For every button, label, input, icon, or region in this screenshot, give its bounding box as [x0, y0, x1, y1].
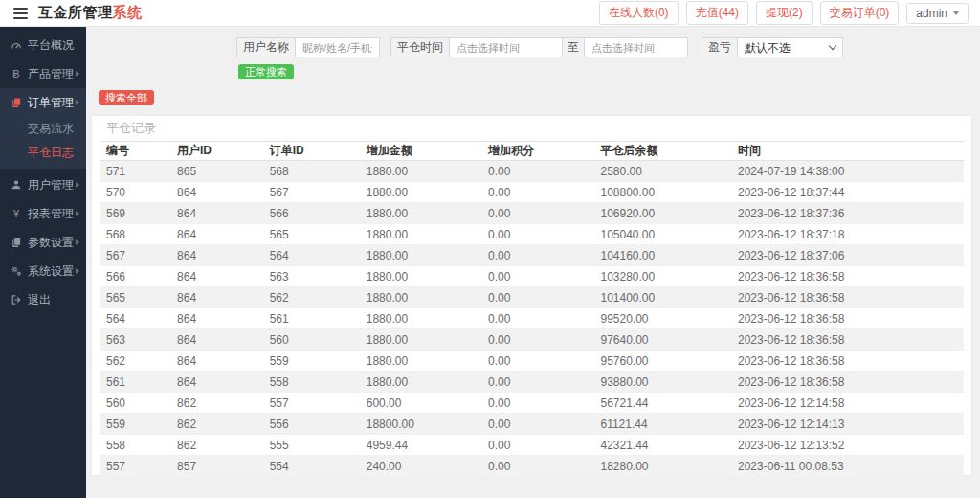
username-filter-label: 用户名称 [236, 37, 296, 57]
table-cell: 2023-06-12 18:37:36 [731, 203, 964, 224]
table-cell: 571 [100, 161, 170, 182]
table-cell: 566 [263, 203, 360, 224]
sidebar-item-user-management[interactable]: 用户管理 [0, 170, 86, 199]
table-cell: 2023-06-12 18:37:06 [731, 245, 964, 266]
table-cell: 1880.00 [360, 224, 481, 245]
table-cell: 0.00 [481, 245, 593, 266]
app-title: 互金所管理系统 [38, 4, 143, 22]
table-row: 5678645641880.000.00104160.002023-06-12 … [100, 245, 964, 266]
column-header-added-amount: 增加金额 [360, 142, 481, 161]
table-cell: 18800.00 [360, 414, 481, 435]
profit-select[interactable]: 默认不选 [738, 37, 843, 57]
table-cell: 0.00 [481, 161, 593, 182]
sidebar-item-system-settings[interactable]: 系统设置 [0, 257, 86, 285]
search-normal-button[interactable]: 正常搜索 [238, 64, 294, 79]
time-to-input[interactable] [585, 37, 688, 57]
column-header-user-id: 用户ID [170, 142, 263, 161]
table-cell: 864 [170, 266, 263, 287]
sidebar-item-logout[interactable]: 退出 [0, 285, 86, 314]
sidebar-subitem-close-position-log[interactable]: 平仓日志 [0, 141, 86, 165]
recharge-badge[interactable]: 充值(44) [686, 1, 748, 25]
table-cell: 2023-06-12 18:36:58 [731, 287, 964, 308]
table-cell: 862 [170, 393, 263, 414]
table-cell: 106920.00 [593, 203, 731, 224]
table-cell: 0.00 [481, 372, 593, 393]
table-cell: 0.00 [481, 287, 593, 308]
table-cell: 569 [100, 203, 170, 224]
yen-icon: ¥ [10, 209, 23, 219]
admin-dropdown[interactable]: admin [906, 3, 969, 24]
table-cell: 0.00 [481, 456, 593, 477]
app-title-accent: 系统 [113, 4, 143, 20]
username-input[interactable] [296, 37, 380, 57]
copy-icon [10, 237, 23, 248]
table-cell: 568 [263, 161, 360, 182]
table-cell: 4959.44 [360, 435, 481, 456]
table-cell: 95760.00 [593, 351, 731, 372]
sidebar-item-platform-overview[interactable]: 平台概况 [0, 31, 86, 59]
table-cell: 240.00 [360, 456, 481, 477]
table-cell: 562 [100, 351, 170, 372]
table-cell: 556 [263, 414, 360, 435]
sidebar-subitem-label: 平仓日志 [28, 145, 74, 161]
table-cell: 560 [100, 393, 170, 414]
chevron-right-icon [76, 239, 79, 245]
sidebar-item-label: 产品管理 [28, 66, 74, 82]
column-header-added-points: 增加积分 [481, 142, 593, 161]
logout-icon [10, 294, 23, 306]
chevron-right-icon [76, 100, 79, 105]
table-cell: 2023-06-12 12:14:58 [731, 393, 964, 414]
sidebar-item-label: 用户管理 [28, 177, 74, 193]
table-cell: 56721.44 [593, 393, 731, 414]
table-cell: 2023-06-12 18:36:58 [731, 372, 964, 393]
table-cell: 0.00 [481, 329, 593, 351]
table-cell: 2580.00 [593, 161, 731, 182]
trade-orders-badge[interactable]: 交易订单(0) [820, 1, 900, 25]
table-cell: 0.00 [481, 435, 593, 456]
table-cell: 568 [100, 224, 170, 245]
table-cell: 559 [100, 414, 170, 435]
table-cell: 561 [100, 372, 170, 393]
table-cell: 567 [263, 182, 360, 203]
table-cell: 104160.00 [593, 245, 731, 266]
withdraw-badge[interactable]: 提现(2) [756, 1, 813, 25]
table-cell: 565 [100, 287, 170, 308]
table-body: 5718655681880.000.002580.002024-07-19 14… [100, 161, 964, 477]
files-icon [10, 97, 23, 108]
table-cell: 2023-06-12 18:37:18 [731, 224, 964, 245]
table-cell: 561 [263, 308, 360, 329]
sidebar-item-label: 报表管理 [28, 206, 74, 222]
sidebar-subitem-label: 交易流水 [28, 121, 74, 137]
time-from-input[interactable] [450, 37, 563, 57]
sidebar-item-product-management[interactable]: Ƀ 产品管理 [0, 59, 86, 88]
table-cell: 93880.00 [593, 372, 731, 393]
btc-icon: Ƀ [10, 69, 23, 79]
sidebar-subitem-transaction-flow[interactable]: 交易流水 [0, 117, 86, 141]
table-row: 5708645671880.000.00108800.002023-06-12 … [100, 182, 964, 203]
sidebar-item-order-management[interactable]: 订单管理 [0, 88, 86, 117]
online-users-badge[interactable]: 在线人数(0) [599, 1, 679, 25]
search-all-button[interactable]: 搜索全部 [99, 90, 154, 105]
table-cell: 865 [170, 161, 263, 182]
panel-title: 平仓记录 [92, 116, 971, 141]
table-cell: 0.00 [481, 224, 593, 245]
table-row: 5718655681880.000.002580.002024-07-19 14… [100, 161, 964, 182]
table-cell: 558 [263, 372, 360, 393]
table-cell: 862 [170, 414, 263, 435]
table-cell: 97640.00 [593, 329, 731, 351]
table-cell: 61121.44 [593, 414, 731, 435]
to-label: 至 [563, 37, 585, 57]
username-filter-group: 用户名称 [236, 37, 380, 57]
sidebar-item-parameter-settings[interactable]: 参数设置 [0, 228, 86, 257]
column-header-balance-after-close: 平仓后余额 [593, 142, 731, 161]
hamburger-menu-icon[interactable] [13, 8, 28, 19]
sidebar-item-report-management[interactable]: ¥ 报表管理 [0, 199, 86, 228]
table-cell: 864 [170, 308, 263, 329]
chevron-right-icon [76, 182, 79, 188]
column-header-id: 编号 [100, 142, 170, 161]
table-cell: 864 [170, 372, 263, 393]
records-table: 编号 用户ID 订单ID 增加金额 增加积分 平仓后余额 时间 57186556… [100, 141, 964, 477]
table-cell: 570 [100, 182, 170, 203]
table-cell: 864 [170, 351, 263, 372]
table-cell: 567 [100, 245, 170, 266]
